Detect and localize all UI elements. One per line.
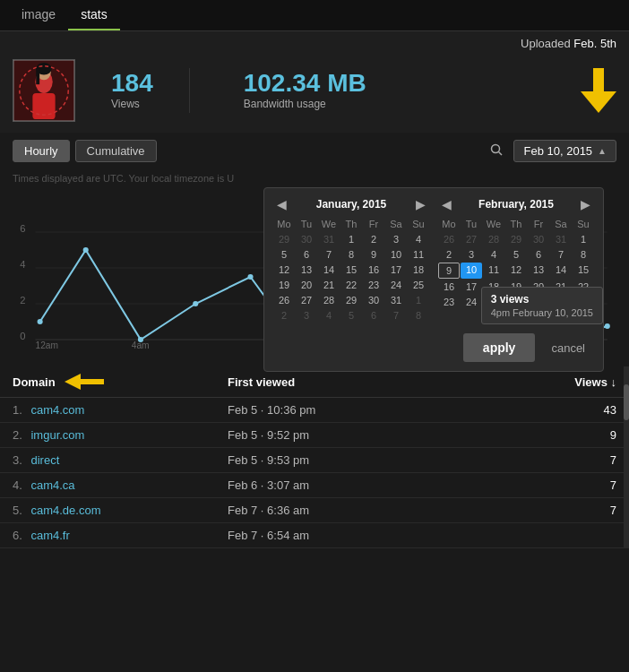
- feb-day[interactable]: 3: [461, 247, 482, 262]
- jan-day[interactable]: 5: [340, 308, 362, 323]
- jan-day[interactable]: 3: [296, 308, 317, 323]
- row-domain-link[interactable]: cam4.ca: [30, 478, 74, 492]
- feb-day[interactable]: 26: [438, 232, 460, 246]
- tab-stats[interactable]: stats: [68, 0, 120, 30]
- apply-button[interactable]: apply: [463, 333, 536, 362]
- jan-day[interactable]: 8: [340, 247, 362, 262]
- jan-day[interactable]: 29: [273, 232, 295, 246]
- feb-day[interactable]: 1: [573, 232, 594, 246]
- jan-day[interactable]: 31: [318, 232, 340, 246]
- row-domain-link[interactable]: cam4.com: [30, 403, 84, 417]
- feb-prev-button[interactable]: ◀: [438, 197, 455, 211]
- feb-day[interactable]: 29: [505, 232, 527, 246]
- feb-day[interactable]: 11: [483, 263, 504, 279]
- feb-day[interactable]: 7: [550, 247, 572, 262]
- feb-day[interactable]: 15: [573, 263, 594, 279]
- jan-day[interactable]: 30: [296, 232, 317, 246]
- feb-day[interactable]: 24: [461, 295, 482, 309]
- jan-dh-tu: Tu: [296, 217, 317, 231]
- tooltip-date: 4pm February 10, 2015: [491, 307, 593, 318]
- jan-day[interactable]: 23: [363, 278, 384, 292]
- row-num: 1.: [13, 403, 22, 417]
- chart-tooltip: 3 views 4pm February 10, 2015: [481, 287, 603, 324]
- jan-day[interactable]: 19: [273, 278, 295, 292]
- jan-day[interactable]: 25: [408, 278, 429, 292]
- jan-day[interactable]: 2: [363, 232, 384, 246]
- feb-day[interactable]: 8: [573, 247, 594, 262]
- jan-day[interactable]: 17: [385, 263, 407, 277]
- cancel-button[interactable]: cancel: [542, 333, 594, 362]
- jan-day[interactable]: 4: [408, 232, 429, 246]
- jan-day[interactable]: 6: [296, 247, 317, 262]
- row-domain-link[interactable]: cam4.fr: [30, 529, 69, 542]
- feb-day[interactable]: 5: [505, 247, 527, 262]
- jan-day[interactable]: 5: [273, 247, 295, 262]
- table-row: 2. imgur.com Feb 5 · 9:52 pm 9: [0, 423, 629, 448]
- jan-day[interactable]: 13: [296, 263, 317, 277]
- jan-day[interactable]: 14: [318, 263, 340, 277]
- svg-line-11: [499, 152, 503, 156]
- row-domain-link[interactable]: cam4.de.com: [30, 504, 100, 517]
- feb-day-10-selected[interactable]: 10: [461, 263, 482, 279]
- jan-day[interactable]: 27: [296, 293, 317, 307]
- jan-day[interactable]: 15: [340, 263, 362, 277]
- feb-day[interactable]: 6: [528, 247, 549, 262]
- row-domain-cell: 3. direct: [13, 453, 228, 467]
- jan-day[interactable]: 8: [408, 308, 429, 323]
- jan-day[interactable]: 7: [318, 247, 340, 262]
- feb-day[interactable]: 14: [550, 263, 572, 279]
- jan-day[interactable]: 11: [408, 247, 429, 262]
- january-calendar: ◀ January, 2015 ▶ Mo Tu We Th Fr Sa Su 2…: [273, 197, 429, 323]
- jan-day[interactable]: 26: [273, 293, 295, 307]
- jan-next-button[interactable]: ▶: [412, 197, 429, 211]
- jan-day[interactable]: 20: [296, 278, 317, 292]
- jan-day[interactable]: 7: [385, 308, 407, 323]
- uploaded-date: Feb. 5th: [573, 37, 616, 50]
- jan-day[interactable]: 29: [340, 293, 362, 307]
- jan-prev-button[interactable]: ◀: [273, 197, 290, 211]
- jan-day[interactable]: 21: [318, 278, 340, 292]
- feb-day[interactable]: 31: [550, 232, 572, 246]
- feb-dh-mo: Mo: [438, 217, 460, 231]
- feb-day[interactable]: 12: [505, 263, 527, 279]
- jan-day[interactable]: 24: [385, 278, 407, 292]
- jan-day[interactable]: 3: [385, 232, 407, 246]
- feb-day[interactable]: 28: [483, 232, 504, 246]
- jan-day[interactable]: 1: [340, 232, 362, 246]
- row-domain-link[interactable]: direct: [30, 453, 59, 467]
- jan-day[interactable]: 16: [363, 263, 384, 277]
- feb-day-9[interactable]: 9: [438, 263, 460, 279]
- jan-day[interactable]: 18: [408, 263, 429, 277]
- scroll-thumb[interactable]: [624, 384, 629, 420]
- thumbnail-svg: [13, 59, 74, 122]
- jan-day[interactable]: 1: [408, 293, 429, 307]
- scrollbar[interactable]: [624, 366, 629, 548]
- tab-image[interactable]: image: [9, 0, 68, 30]
- feb-day[interactable]: 23: [438, 295, 460, 309]
- date-selector[interactable]: Feb 10, 2015 ▲: [513, 140, 616, 162]
- feb-day[interactable]: 17: [461, 280, 482, 294]
- jan-day[interactable]: 30: [363, 293, 384, 307]
- jan-day[interactable]: 22: [340, 278, 362, 292]
- jan-day[interactable]: 28: [318, 293, 340, 307]
- feb-day[interactable]: 27: [461, 232, 482, 246]
- row-domain-link[interactable]: imgur.com: [30, 428, 84, 442]
- jan-day[interactable]: 31: [385, 293, 407, 307]
- feb-day[interactable]: 30: [528, 232, 549, 246]
- feb-day[interactable]: 16: [438, 280, 460, 294]
- hourly-button[interactable]: Hourly: [13, 140, 70, 162]
- domain-col-label: Domain: [13, 375, 56, 389]
- jan-day[interactable]: 9: [363, 247, 384, 262]
- jan-day[interactable]: 12: [273, 263, 295, 277]
- jan-day[interactable]: 6: [363, 308, 384, 323]
- search-button[interactable]: [485, 142, 508, 160]
- feb-day[interactable]: 13: [528, 263, 549, 279]
- jan-day[interactable]: 2: [273, 308, 295, 323]
- feb-next-button[interactable]: ▶: [577, 197, 594, 211]
- feb-cal-header: ◀ February, 2015 ▶: [438, 197, 594, 211]
- feb-day[interactable]: 4: [483, 247, 504, 262]
- jan-day[interactable]: 4: [318, 308, 340, 323]
- cumulative-button[interactable]: Cumulative: [75, 140, 157, 162]
- feb-day[interactable]: 2: [438, 247, 460, 262]
- jan-day[interactable]: 10: [385, 247, 407, 262]
